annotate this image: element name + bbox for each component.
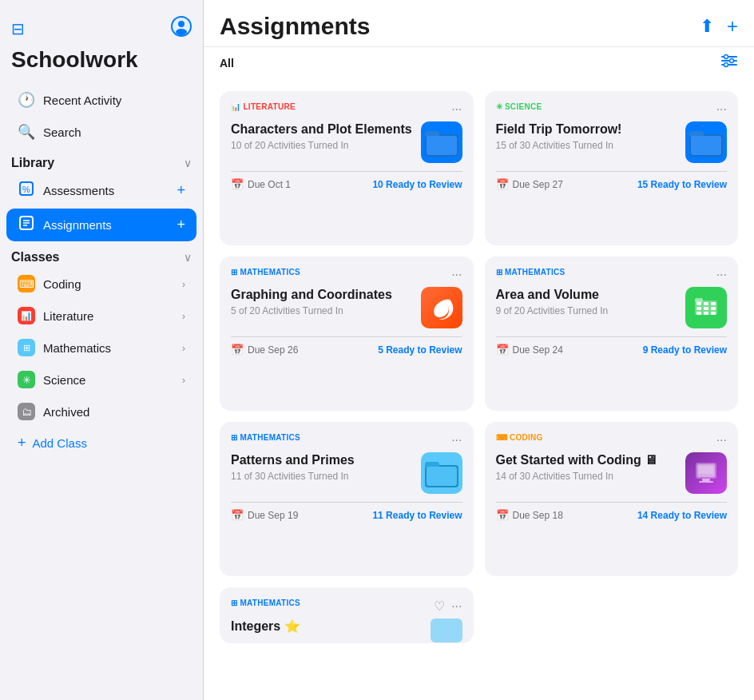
sidebar-item-science[interactable]: ✳ Science ›: [6, 364, 196, 395]
header-actions: ⬆ +: [700, 15, 738, 38]
classes-label: Classes: [11, 250, 60, 264]
card-more-button[interactable]: ···: [451, 433, 462, 447]
toggle-sidebar-button[interactable]: ⊟: [11, 19, 25, 38]
card-footer: 📅 Due Oct 1 10 Ready to Review: [231, 171, 462, 190]
mathematics-class-icon: ⊞: [18, 339, 35, 356]
card-subject: 📊 LITERATURE: [231, 102, 296, 111]
card-header: ⊞ MATHEMATICS ···: [496, 268, 728, 282]
sidebar-item-search[interactable]: 🔍 Search: [6, 117, 196, 147]
card-due-date: 📅 Due Sep 19: [231, 509, 298, 521]
card-header: ✳ SCIENCE ···: [496, 102, 728, 117]
card-thumbnail: [685, 452, 727, 494]
sidebar-top: ⊟: [0, 13, 203, 47]
card-due-date: 📅 Due Sep 18: [496, 509, 563, 521]
filter-icon[interactable]: [720, 54, 738, 72]
card-text: Area and Volume 9 of 20 Activities Turne…: [496, 287, 680, 316]
card-subject: ⊞ MATHEMATICS: [496, 268, 566, 276]
card-header: 📊 LITERATURE ···: [231, 102, 462, 117]
card-favorite-icon[interactable]: ♡: [434, 599, 445, 614]
classes-chevron-icon[interactable]: ∨: [184, 251, 192, 264]
card-more-button[interactable]: ···: [451, 268, 462, 282]
sidebar-item-archived[interactable]: 🗂 Archived: [6, 396, 196, 427]
sidebar-item-assignments[interactable]: Assignments +: [6, 209, 196, 241]
svg-rect-34: [427, 467, 457, 486]
card-thumbnail-partial: [431, 618, 462, 642]
card-body: Integers ⭐: [231, 618, 462, 642]
card-subtitle: 10 of 20 Activities Turned In: [231, 140, 415, 151]
card-review-count: 9 Ready to Review: [643, 344, 727, 356]
card-subtitle: 14 of 30 Activities Turned In: [496, 471, 680, 482]
card-title: Integers ⭐: [231, 618, 424, 635]
svg-rect-37: [702, 479, 710, 481]
classes-section-header: Classes ∨: [0, 242, 203, 268]
card-title: Characters and Plot Elements: [231, 121, 415, 138]
science-chevron-icon: ›: [182, 374, 185, 386]
svg-point-13: [730, 59, 734, 63]
card-more-button[interactable]: ···: [716, 102, 727, 117]
svg-rect-30: [711, 312, 716, 315]
card-text: Field Trip Tomorrow! 15 of 30 Activities…: [496, 121, 680, 151]
svg-rect-22: [696, 302, 701, 305]
card-more-button[interactable]: ···: [716, 433, 727, 447]
card-thumbnail: [421, 121, 462, 163]
assignment-card-area-volume[interactable]: ⊞ MATHEMATICS ··· Area and Volume 9 of 2…: [485, 257, 739, 411]
card-more-button[interactable]: ···: [451, 599, 462, 614]
svg-rect-29: [704, 312, 708, 315]
card-footer: 📅 Due Sep 27 15 Ready to Review: [496, 171, 728, 190]
card-due-date: 📅 Due Sep 26: [231, 344, 298, 356]
card-due-date: 📅 Due Oct 1: [231, 178, 291, 190]
card-footer: 📅 Due Sep 19 11 Ready to Review: [231, 502, 462, 521]
sidebar-item-assessments[interactable]: % Assessments +: [6, 174, 196, 207]
card-subtitle: 11 of 30 Activities Turned In: [231, 471, 415, 482]
card-body: Characters and Plot Elements 10 of 20 Ac…: [231, 121, 462, 163]
share-button[interactable]: ⬆: [700, 16, 714, 37]
literature-class-icon: 📊: [18, 307, 35, 324]
calendar-icon: 📅: [231, 509, 244, 521]
card-review-count: 15 Ready to Review: [637, 179, 727, 190]
add-class-plus-icon: +: [18, 435, 26, 451]
assignments-add-button[interactable]: +: [177, 217, 185, 233]
svg-rect-31: [695, 298, 703, 302]
add-assignment-button[interactable]: +: [727, 15, 738, 38]
page-title: Assignments: [220, 13, 370, 40]
coding-label: Coding: [43, 277, 174, 291]
card-more-button[interactable]: ···: [716, 268, 727, 282]
assessments-add-button[interactable]: +: [177, 182, 185, 199]
sidebar-item-recent-activity[interactable]: 🕐 Recent Activity: [6, 85, 196, 115]
literature-label: Literature: [43, 309, 174, 323]
svg-rect-24: [711, 302, 716, 305]
card-subject: ⊞ MATHEMATICS: [231, 268, 300, 276]
card-text: Patterns and Primes 11 of 30 Activities …: [231, 452, 415, 482]
sidebar: ⊟ Schoolwork 🕐 Recent Activity 🔍 Search …: [0, 0, 204, 700]
assignment-card-coding[interactable]: ⌨ CODING ··· Get Started with Coding 🖥 1…: [485, 422, 739, 576]
card-subject: ⌨ CODING: [496, 433, 543, 442]
user-profile-button[interactable]: [171, 16, 192, 41]
card-subject: ⊞ MATHEMATICS: [231, 433, 300, 442]
assignment-card-characters[interactable]: 📊 LITERATURE ··· Characters and Plot Ele…: [220, 91, 474, 245]
assignment-card-integers[interactable]: ⊞ MATHEMATICS ♡ ··· Integers ⭐: [220, 587, 474, 643]
assignment-card-fieldtrip[interactable]: ✳ SCIENCE ··· Field Trip Tomorrow! 15 of…: [485, 91, 739, 245]
add-class-button[interactable]: + Add Class: [6, 428, 196, 458]
assessments-label: Assessments: [43, 184, 169, 197]
assignments-label: Assignments: [43, 218, 169, 232]
svg-point-2: [176, 29, 187, 35]
svg-rect-27: [711, 307, 716, 310]
card-title: Get Started with Coding 🖥: [496, 452, 680, 469]
calendar-icon: 📅: [496, 509, 509, 521]
card-review-count: 5 Ready to Review: [378, 344, 462, 356]
literature-chevron-icon: ›: [182, 310, 185, 322]
coding-chevron-icon: ›: [182, 278, 185, 290]
sidebar-item-literature[interactable]: 📊 Literature ›: [6, 300, 196, 331]
mathematics-chevron-icon: ›: [182, 342, 185, 354]
filter-all-label[interactable]: All: [220, 57, 234, 70]
assignments-grid: 📊 LITERATURE ··· Characters and Plot Ele…: [204, 78, 754, 700]
card-more-button[interactable]: ···: [451, 102, 462, 117]
svg-rect-25: [696, 307, 701, 310]
sidebar-item-coding[interactable]: ⌨ Coding ›: [6, 268, 196, 299]
archived-class-icon: 🗂: [18, 403, 35, 420]
library-chevron-icon[interactable]: ∨: [184, 157, 192, 169]
sidebar-item-mathematics[interactable]: ⊞ Mathematics ›: [6, 332, 196, 363]
recent-activity-label: Recent Activity: [43, 93, 185, 107]
assignment-card-patterns[interactable]: ⊞ MATHEMATICS ··· Patterns and Primes 11…: [220, 422, 474, 576]
assignment-card-graphing[interactable]: ⊞ MATHEMATICS ··· Graphing and Coordinat…: [220, 257, 474, 411]
